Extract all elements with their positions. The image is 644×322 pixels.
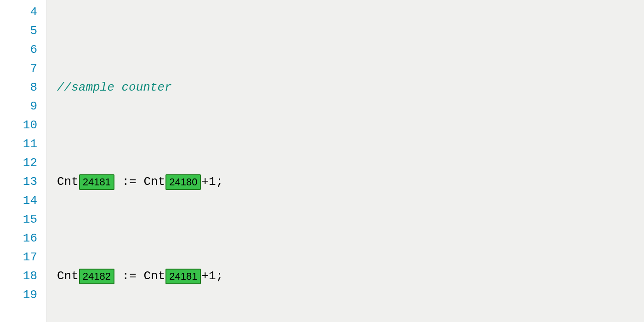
line-number: 13 — [0, 172, 44, 191]
line-number: 16 — [0, 229, 44, 248]
identifier: Cnt — [57, 172, 79, 191]
value-box[interactable]: 24181 — [79, 174, 114, 190]
value-box[interactable]: 24182 — [79, 269, 114, 284]
line-number: 11 — [0, 135, 44, 154]
code-line[interactable]: Cnt24182 := Cnt24181+1; — [57, 267, 644, 286]
value-box[interactable]: 24181 — [165, 269, 201, 284]
code-editor: 4 5 6 7 8 9 10 11 12 13 14 15 16 17 18 1… — [0, 0, 644, 322]
code-line[interactable]: //sample counter — [57, 78, 644, 97]
line-number-gutter: 4 5 6 7 8 9 10 11 12 13 14 15 16 17 18 1… — [0, 0, 44, 322]
code-area[interactable]: //sample counter Cnt24181 := Cnt24180+1;… — [44, 0, 644, 322]
line-number: 17 — [0, 248, 44, 267]
line-number: 8 — [0, 78, 44, 97]
line-number: 14 — [0, 191, 44, 210]
operator: := — [115, 172, 143, 191]
line-number: 10 — [0, 116, 44, 135]
code-text: +1; — [201, 267, 223, 286]
line-number: 7 — [0, 59, 44, 78]
value-box[interactable]: 24180 — [165, 174, 201, 190]
line-number: 5 — [0, 22, 44, 40]
operator: := — [115, 267, 143, 286]
identifier: Cnt — [143, 267, 165, 286]
line-number: 15 — [0, 210, 44, 229]
line-number: 12 — [0, 154, 44, 172]
code-text: +1; — [201, 172, 223, 191]
identifier: Cnt — [57, 267, 79, 286]
identifier: Cnt — [143, 172, 165, 191]
line-number: 19 — [0, 286, 44, 305]
line-number: 6 — [0, 40, 44, 59]
line-number: 18 — [0, 267, 44, 286]
line-number: 4 — [0, 3, 44, 22]
code-line[interactable]: Cnt24181 := Cnt24180+1; — [57, 172, 644, 191]
comment: //sample counter — [57, 78, 172, 97]
line-number: 9 — [0, 97, 44, 116]
